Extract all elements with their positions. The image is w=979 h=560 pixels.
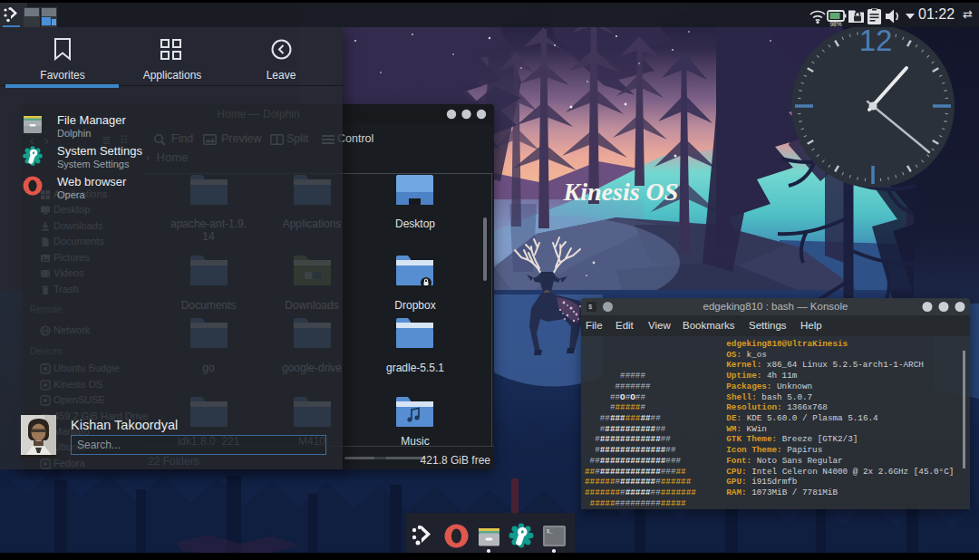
svg-text:$_: $_ [547, 528, 553, 535]
svg-text:12: 12 [859, 24, 893, 57]
svg-text:98%: 98% [829, 21, 841, 27]
svg-text:Kinesis OS: Kinesis OS [563, 178, 679, 206]
